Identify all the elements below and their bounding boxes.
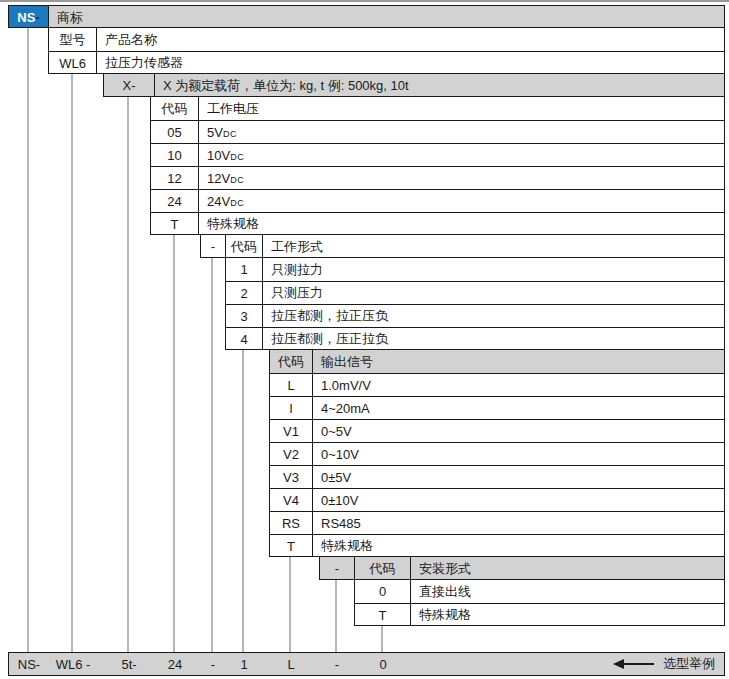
load-desc: X 为额定载荷，单位为: kg, t 例: 500kg, 10t (155, 74, 724, 97)
output-code: V1 (270, 420, 313, 442)
example-callout: 选型举例 (613, 655, 715, 673)
workmode-code: 2 (226, 282, 263, 304)
mounting-code: T (355, 604, 411, 626)
leader-line-dash1 (211, 258, 213, 652)
output-label: 0±5V (313, 466, 724, 488)
brand-code-dash: - (35, 10, 39, 25)
output-code: L (270, 374, 313, 396)
voltage-value: 特殊规格 (199, 213, 724, 235)
model-selection-guide: NS- 商标 型号 产品名称 WL6 拉压力传感器 X- X 为额定载荷，单位为… (0, 0, 729, 679)
voltage-header-code: 代码 (151, 97, 199, 120)
voltage-code: 24 (151, 190, 199, 212)
arrow-tail-line (622, 663, 654, 665)
output-header-label: 输出信号 (313, 350, 724, 373)
mounting-label: 特殊规格 (411, 604, 724, 626)
table-row: WL6 拉压力传感器 (49, 51, 724, 74)
brand-label: 商标 (49, 6, 724, 28)
mounting-dash: - (320, 557, 355, 580)
voltage-unit-sub: DC (230, 152, 244, 162)
workmode-header-code: 代码 (226, 235, 263, 258)
output-code: V4 (270, 489, 313, 511)
example-segment: 1 (240, 657, 247, 672)
output-label: RS485 (313, 512, 724, 534)
workmode-label: 拉压都测，压正拉负 (263, 328, 724, 350)
output-header-code: 代码 (270, 350, 313, 373)
brand-row: NS- 商标 (8, 5, 725, 28)
model-table: 型号 产品名称 WL6 拉压力传感器 (48, 28, 725, 74)
output-code: RS (270, 512, 313, 534)
workmode-header-label: 工作形式 (263, 235, 724, 258)
table-row: 24 24VDC (151, 189, 724, 212)
example-segment: 0 (379, 657, 386, 672)
workmode-label: 拉压都测，拉正压负 (263, 305, 724, 327)
workmode-dash: - (201, 235, 226, 258)
voltage-unit-sub: DC (230, 175, 244, 185)
voltage-code: T (151, 213, 199, 235)
model-header-name: 产品名称 (97, 28, 724, 51)
table-row: L 1.0mV/V (270, 373, 724, 396)
table-row: V3 0±5V (270, 465, 724, 488)
output-label: 0~10V (313, 443, 724, 465)
voltage-code: 12 (151, 167, 199, 189)
voltage-table: 代码 工作电压 05 5VDC 10 10VDC 12 12VDC 24 24V… (150, 97, 725, 235)
example-segment: 24 (168, 657, 182, 672)
voltage-value: 12VDC (199, 167, 724, 189)
model-name: 拉压力传感器 (97, 52, 724, 74)
table-row: T 特殊规格 (270, 534, 724, 557)
workmode-header: - 代码 工作形式 (200, 235, 725, 258)
table-row: V1 0~5V (270, 419, 724, 442)
leader-line-output (289, 557, 291, 652)
brand-code-cell: NS- (9, 6, 49, 28)
output-label: 0~5V (313, 420, 724, 442)
model-header-code: 型号 (49, 28, 97, 51)
leader-line-voltage (173, 235, 175, 652)
example-segment: - (211, 657, 215, 672)
example-label: 选型举例 (663, 655, 715, 673)
leader-line-model (71, 74, 73, 652)
voltage-value: 5VDC (199, 121, 724, 143)
voltage-code: 10 (151, 144, 199, 166)
leader-line-mounting (381, 626, 383, 652)
output-table: 代码 输出信号 L 1.0mV/V I 4~20mA V1 0~5V V2 0~… (269, 350, 725, 557)
voltage-value-text: 24V (207, 194, 230, 209)
voltage-unit-sub: DC (223, 129, 237, 139)
workmode-label: 只测压力 (263, 282, 724, 304)
voltage-value-text: 12V (207, 171, 230, 186)
example-segment: 5t- (121, 657, 136, 672)
voltage-value-text: 10V (207, 148, 230, 163)
table-row: 1 只测拉力 (226, 258, 724, 281)
table-row: 05 5VDC (151, 120, 724, 143)
output-code: V3 (270, 466, 313, 488)
table-header-row: 代码 工作电压 (151, 97, 724, 120)
leader-line-load (127, 97, 129, 652)
voltage-value: 10VDC (199, 144, 724, 166)
mounting-code: 0 (355, 580, 411, 603)
output-code: V2 (270, 443, 313, 465)
mounting-header-code: 代码 (355, 557, 411, 580)
example-segment: - (335, 657, 339, 672)
table-row: 4 拉压都测，压正拉负 (226, 327, 724, 350)
load-row: X- X 为额定载荷，单位为: kg, t 例: 500kg, 10t (103, 74, 725, 97)
mounting-header: - 代码 安装形式 (319, 557, 725, 580)
leader-line-dash2 (335, 580, 337, 652)
brand-code-text: NS (17, 10, 35, 25)
leader-line-workmode (242, 350, 244, 652)
output-label: 0±10V (313, 489, 724, 511)
table-row: I 4~20mA (270, 396, 724, 419)
table-row: 12 12VDC (151, 166, 724, 189)
output-code: T (270, 535, 313, 557)
table-row: V4 0±10V (270, 488, 724, 511)
table-row: 0 直接出线 (355, 580, 724, 603)
mounting-header-label: 安装形式 (411, 557, 724, 580)
table-row: 2 只测压力 (226, 281, 724, 304)
mounting-label: 直接出线 (411, 580, 724, 603)
table-row: V2 0~10V (270, 442, 724, 465)
top-divider (0, 0, 729, 2)
workmode-table: 1 只测拉力 2 只测压力 3 拉压都测，拉正压负 4 拉压都测，压正拉负 (225, 258, 725, 350)
output-label: 特殊规格 (313, 535, 724, 557)
table-row: 10 10VDC (151, 143, 724, 166)
workmode-code: 1 (226, 258, 263, 281)
voltage-value: 24VDC (199, 190, 724, 212)
example-bar: NS- WL6 - 5t- 24 - 1 L - 0 选型举例 (8, 652, 725, 676)
workmode-label: 只测拉力 (263, 258, 724, 281)
